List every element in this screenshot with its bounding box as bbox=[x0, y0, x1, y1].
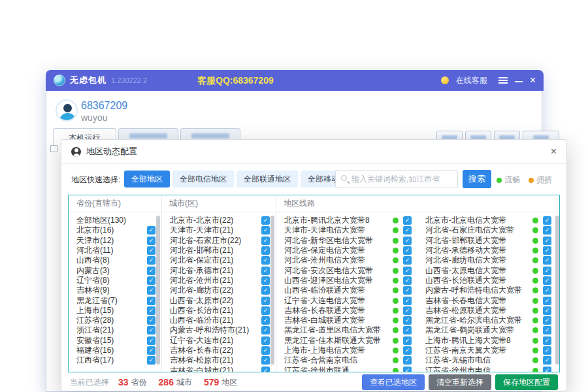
line-row[interactable]: 山西省-长治联通大宽带 bbox=[417, 276, 557, 286]
search-button[interactable]: 搜索 bbox=[463, 170, 491, 188]
checkbox-checked[interactable] bbox=[543, 276, 551, 285]
checkbox-checked[interactable] bbox=[261, 306, 270, 315]
menu-icon[interactable] bbox=[498, 77, 508, 84]
list-row[interactable]: 河北省(11) bbox=[69, 246, 161, 255]
checkbox-checked[interactable] bbox=[147, 226, 155, 235]
line-row[interactable]: 江苏省-徐州市联通 bbox=[276, 365, 417, 372]
checkbox-unchecked-obscured[interactable] bbox=[50, 145, 57, 152]
checkbox-checked[interactable] bbox=[147, 256, 155, 265]
line-row[interactable]: 河北省-保定电信大宽带 bbox=[276, 246, 417, 255]
checkbox-checked[interactable] bbox=[261, 246, 270, 255]
checkbox-checked[interactable] bbox=[403, 246, 412, 255]
checkbox-checked[interactable] bbox=[403, 326, 412, 335]
line-row[interactable]: 河北省-廊坊电信大宽带 bbox=[417, 255, 557, 265]
checkbox-checked[interactable] bbox=[261, 216, 270, 225]
checkbox-checked[interactable] bbox=[403, 226, 412, 235]
list-row[interactable]: 辽宁省(8) bbox=[69, 276, 161, 286]
checkbox-checked[interactable] bbox=[543, 237, 551, 245]
list-row[interactable]: 河北省-保定市(21) bbox=[162, 255, 276, 265]
list-row[interactable]: 全部地区(130) bbox=[69, 216, 161, 225]
list-row[interactable]: 吉林省-白城市(21) bbox=[162, 365, 276, 372]
checkbox-checked[interactable] bbox=[147, 246, 155, 255]
checkbox-checked[interactable] bbox=[543, 336, 551, 345]
line-row[interactable]: 黑龙江省-佳木斯联通大宽带 bbox=[276, 336, 417, 346]
line-row[interactable]: 辽宁省-大连电信大宽带 bbox=[276, 295, 417, 305]
checkbox-checked[interactable] bbox=[147, 286, 155, 295]
line-row[interactable]: 吉林省-白城联通大宽带 bbox=[276, 316, 417, 325]
checkbox-checked[interactable] bbox=[147, 316, 155, 325]
checkbox-checked[interactable] bbox=[261, 367, 270, 372]
line-row[interactable]: 山西省-迎泽区电信大宽带 bbox=[276, 276, 417, 286]
checkbox-checked[interactable] bbox=[261, 226, 270, 235]
checkbox-checked[interactable] bbox=[543, 226, 551, 235]
checkbox-checked[interactable] bbox=[543, 246, 551, 255]
checkbox-checked[interactable] bbox=[147, 306, 155, 315]
line-row[interactable]: 上海市-腾讯上海大宽带8 bbox=[417, 336, 557, 346]
list-row[interactable]: 山西省(8) bbox=[69, 255, 161, 265]
dialog-close-icon[interactable]: × bbox=[551, 146, 557, 157]
line-row[interactable]: 河北省-石家庄电信大宽带 bbox=[417, 225, 557, 235]
checkbox-checked[interactable] bbox=[261, 267, 270, 275]
checkbox-checked[interactable] bbox=[147, 267, 155, 275]
list-row[interactable]: 河北省-承德市(21) bbox=[162, 265, 276, 275]
list-row[interactable]: 山西省-临汾市(21) bbox=[162, 316, 276, 325]
checkbox-checked[interactable] bbox=[403, 367, 412, 372]
checkbox-checked[interactable] bbox=[261, 256, 270, 265]
line-row[interactable]: 江苏省-南京天翼大宽带 bbox=[417, 346, 557, 355]
checkbox-checked[interactable] bbox=[261, 356, 270, 365]
line-row[interactable]: 山西省-临汾联通大宽带 bbox=[276, 286, 417, 295]
list-row[interactable]: 河北省-石家庄市(22) bbox=[162, 236, 276, 246]
checkbox-checked[interactable] bbox=[261, 336, 270, 345]
checkbox-checked[interactable] bbox=[261, 297, 270, 305]
view-selected-button[interactable]: 查看已选地区 bbox=[362, 374, 425, 390]
checkbox-checked[interactable] bbox=[147, 297, 155, 305]
list-row[interactable]: 山西省-太原市(22) bbox=[162, 295, 276, 305]
checkbox-checked[interactable] bbox=[543, 346, 551, 355]
checkbox-checked[interactable] bbox=[543, 306, 551, 315]
checkbox-checked[interactable] bbox=[543, 316, 551, 325]
checkbox-checked[interactable] bbox=[147, 336, 155, 345]
list-row[interactable]: 河北省-沧州市(21) bbox=[162, 276, 276, 286]
close-window-icon[interactable]: × bbox=[530, 75, 536, 86]
line-row[interactable]: 黑龙江省-鹤岗联通大宽带 bbox=[417, 325, 557, 335]
scrollbar-thumb[interactable] bbox=[270, 216, 274, 365]
list-row[interactable]: 安徽省(15) bbox=[69, 336, 161, 346]
scrollbar-thumb[interactable] bbox=[555, 216, 559, 365]
checkbox-checked[interactable] bbox=[403, 346, 412, 355]
checkbox-checked[interactable] bbox=[403, 256, 412, 265]
checkbox-checked[interactable] bbox=[147, 346, 155, 355]
list-row[interactable]: 天津市-天津市(21) bbox=[162, 225, 276, 235]
quick-button-all-unicom[interactable]: 全部联通地区 bbox=[237, 171, 298, 188]
checkbox-checked[interactable] bbox=[543, 267, 551, 275]
checkbox-checked[interactable] bbox=[261, 326, 270, 335]
checkbox-checked[interactable] bbox=[543, 326, 551, 335]
list-row[interactable]: 北京市-北京市(22) bbox=[162, 216, 276, 225]
checkbox-checked[interactable] bbox=[403, 286, 412, 295]
checkbox-checked[interactable] bbox=[543, 286, 551, 295]
checkbox-checked[interactable] bbox=[403, 216, 412, 225]
save-config-button[interactable]: 保存地区配置 bbox=[495, 374, 558, 390]
checkbox-checked[interactable] bbox=[403, 306, 412, 315]
list-row[interactable]: 黑龙江省(7) bbox=[69, 295, 161, 305]
clear-selection-button[interactable]: 清空重新选择 bbox=[429, 374, 491, 390]
quick-button-all-telecom[interactable]: 全部电信地区 bbox=[172, 171, 234, 188]
list-row[interactable]: 河北省-廊坊市(22) bbox=[162, 286, 276, 295]
checkbox-checked[interactable] bbox=[147, 356, 155, 365]
line-row[interactable]: 黑龙江省-道里区电信大宽带 bbox=[276, 325, 417, 335]
line-row[interactable]: 黑龙江省-哈尔滨电信大宽带 bbox=[417, 316, 557, 325]
line-row[interactable]: 江苏省-徐州市电信 bbox=[417, 365, 557, 372]
checkbox-checked[interactable] bbox=[403, 297, 412, 305]
list-row[interactable]: 北京市(16) bbox=[69, 225, 161, 235]
list-row[interactable]: 江西省(17) bbox=[69, 355, 161, 365]
line-row[interactable]: 吉林省-长春联通大宽带 bbox=[276, 306, 417, 316]
checkbox-checked[interactable] bbox=[147, 276, 155, 285]
list-row[interactable]: 内蒙古(3) bbox=[69, 265, 161, 275]
scrollbar-thumb[interactable] bbox=[156, 216, 160, 365]
checkbox-checked[interactable] bbox=[543, 297, 551, 305]
checkbox-checked[interactable] bbox=[261, 286, 270, 295]
list-row[interactable]: 吉林省-松原市(21) bbox=[162, 355, 276, 365]
checkbox-checked[interactable] bbox=[261, 276, 270, 285]
checkbox-checked[interactable] bbox=[261, 316, 270, 325]
line-row[interactable]: 山西省-太原电信大宽带 bbox=[417, 265, 557, 275]
list-row[interactable]: 河北省-邯郸市(21) bbox=[162, 246, 276, 255]
